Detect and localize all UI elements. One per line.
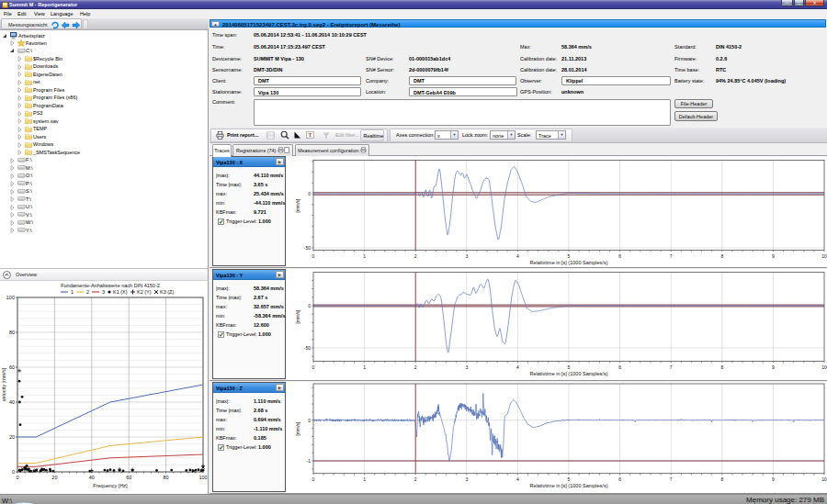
svg-text:-50: -50 (304, 345, 311, 351)
svg-text:3: 3 (465, 364, 468, 370)
svg-text:K3 (Z): K3 (Z) (160, 289, 174, 295)
svg-text:4: 4 (516, 364, 519, 370)
svg-text:8: 8 (720, 476, 723, 482)
svg-text:1: 1 (363, 364, 366, 370)
svg-text:10: 10 (821, 253, 827, 259)
svg-text:9: 9 (772, 364, 775, 370)
svg-text:velocity [mm/s]: velocity [mm/s] (1, 367, 6, 401)
svg-text:0: 0 (12, 469, 15, 475)
svg-text:0: 0 (16, 475, 18, 480)
svg-text:40: 40 (89, 475, 95, 480)
svg-text:0: 0 (312, 364, 315, 370)
svg-text:0: 0 (308, 191, 311, 196)
svg-text:7: 7 (670, 476, 673, 482)
svg-text:-50: -50 (304, 245, 311, 251)
svg-text:1: 1 (363, 476, 366, 482)
svg-text:60: 60 (126, 475, 131, 480)
svg-text:[mm/s]: [mm/s] (295, 198, 300, 213)
svg-text:K1 (X): K1 (X) (113, 289, 128, 295)
svg-text:10: 10 (821, 476, 827, 482)
svg-text:Fundamente-Anhaltswerte nach D: Fundamente-Anhaltswerte nach DIN 4150-2 (61, 283, 160, 288)
svg-text:4: 4 (516, 476, 519, 482)
svg-text:8: 8 (720, 364, 723, 370)
svg-text:0: 0 (312, 253, 315, 259)
svg-text:10: 10 (821, 364, 827, 370)
svg-text:6: 6 (618, 476, 621, 482)
svg-text:6: 6 (618, 364, 621, 370)
svg-text:9: 9 (772, 476, 775, 482)
svg-text:2: 2 (414, 476, 417, 482)
svg-text:8: 8 (720, 253, 723, 259)
svg-text:60: 60 (9, 364, 15, 370)
svg-text:20: 20 (9, 434, 15, 440)
svg-text:7: 7 (670, 364, 673, 370)
svg-text:6: 6 (618, 253, 621, 259)
svg-text:100: 100 (198, 475, 207, 480)
svg-text:K2 (Y): K2 (Y) (137, 289, 152, 295)
svg-text:1: 1 (71, 289, 74, 295)
svg-text:3: 3 (465, 253, 468, 259)
svg-text:0: 0 (312, 476, 315, 482)
svg-text:Relativtime in [s] (1000 Sampl: Relativtime in [s] (1000 Samples/s) (530, 260, 608, 265)
svg-text:80: 80 (164, 475, 169, 480)
svg-text:Relativtime in [s] (1000 Sampl: Relativtime in [s] (1000 Samples/s) (530, 483, 608, 488)
svg-text:2: 2 (414, 364, 417, 370)
svg-text:0: 0 (308, 418, 311, 423)
svg-text:Frequency [Hz]: Frequency [Hz] (93, 483, 128, 488)
svg-text:4: 4 (516, 253, 519, 259)
svg-text:80: 80 (9, 330, 15, 335)
svg-text:2: 2 (414, 253, 417, 259)
svg-text:0: 0 (308, 303, 311, 308)
svg-text:40: 40 (9, 399, 15, 405)
svg-text:100: 100 (6, 295, 15, 300)
svg-text:[mm/s]: [mm/s] (295, 421, 300, 436)
svg-text:3: 3 (102, 289, 105, 295)
svg-text:[mm/s]: [mm/s] (295, 309, 300, 324)
svg-text:5: 5 (568, 364, 571, 370)
svg-text:2: 2 (86, 289, 89, 295)
svg-text:-1: -1 (307, 458, 312, 464)
svg-text:7: 7 (670, 253, 673, 259)
svg-text:5: 5 (568, 253, 571, 259)
svg-text:3: 3 (465, 476, 468, 482)
svg-text:Relativtime in [s] (1000 Sampl: Relativtime in [s] (1000 Samples/s) (530, 371, 608, 376)
svg-text:9: 9 (772, 253, 775, 259)
svg-text:20: 20 (51, 475, 57, 480)
svg-text:5: 5 (568, 476, 571, 482)
svg-text:1: 1 (363, 253, 366, 259)
svg-text:T: T (308, 132, 312, 138)
